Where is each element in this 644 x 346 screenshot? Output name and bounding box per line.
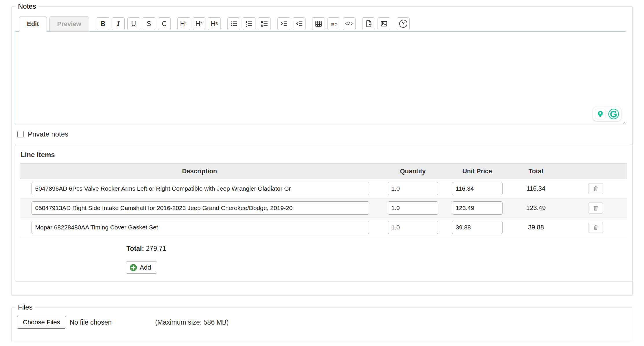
unit-price-input[interactable] xyxy=(452,221,503,234)
tab-preview[interactable]: Preview xyxy=(49,16,89,32)
page-bottom-divider xyxy=(0,345,644,345)
private-notes-label: Private notes xyxy=(28,130,68,138)
col-header-total: Total xyxy=(508,164,564,179)
notes-fieldset: Notes Edit Preview B I U S C H1 H2 H3 xyxy=(11,2,633,296)
task-list-button[interactable] xyxy=(258,17,271,30)
bullet-list-icon xyxy=(230,20,238,27)
max-size-text: (Maximum size: 586 MB) xyxy=(155,319,229,326)
tab-edit-label: Edit xyxy=(27,20,39,28)
col-header-unit-price: Unit Price xyxy=(447,164,508,179)
outdent-icon xyxy=(295,20,303,27)
row-total: 116.34 xyxy=(508,179,564,198)
table-button[interactable] xyxy=(312,17,325,30)
insert-file-button[interactable] xyxy=(362,17,375,30)
col-header-quantity: Quantity xyxy=(379,164,447,179)
col-header-actions xyxy=(564,164,627,179)
trash-icon xyxy=(593,205,599,211)
row-total: 39.88 xyxy=(508,218,564,237)
formatting-toolbar: B I U S C H1 H2 H3 xyxy=(97,17,412,30)
quantity-input[interactable] xyxy=(388,201,438,215)
code-block-button[interactable]: </> xyxy=(343,17,356,30)
tab-edit[interactable]: Edit xyxy=(19,16,47,32)
preformatted-button[interactable]: pre xyxy=(327,17,340,30)
table-icon xyxy=(315,20,322,27)
grammarly-icon[interactable] xyxy=(608,108,619,119)
add-line-item-button[interactable]: Add xyxy=(126,261,157,274)
notes-legend: Notes xyxy=(16,2,38,10)
italic-button[interactable]: I xyxy=(112,17,125,30)
line-items-table: Description Quantity Unit Price Total 11… xyxy=(20,163,627,237)
image-icon xyxy=(380,20,388,27)
no-file-chosen-text: No file chosen xyxy=(69,319,112,326)
line-items-title: Line Items xyxy=(21,151,627,159)
total-label: Total: xyxy=(126,245,144,252)
help-icon: ? xyxy=(399,20,407,28)
file-upload-row: Choose Files No file chosen (Maximum siz… xyxy=(17,316,632,329)
inline-code-button[interactable]: C xyxy=(158,17,171,30)
notes-textarea[interactable] xyxy=(15,31,626,124)
quantity-input[interactable] xyxy=(388,182,438,195)
tab-preview-label: Preview xyxy=(57,20,81,28)
description-input[interactable] xyxy=(32,182,369,195)
col-header-description: Description xyxy=(20,164,379,179)
unquote-button[interactable] xyxy=(293,17,306,30)
choose-files-button[interactable]: Choose Files xyxy=(17,316,66,329)
unit-price-input[interactable] xyxy=(452,182,503,195)
row-total: 123.49 xyxy=(508,198,564,218)
editor-tabs-toolbar: Edit Preview B I U S C H1 H2 H3 xyxy=(19,16,632,32)
add-plus-icon xyxy=(130,264,137,271)
edit-form-page: Notes Edit Preview B I U S C H1 H2 H3 xyxy=(0,0,644,346)
bold-button[interactable]: B xyxy=(97,17,109,30)
indent-icon xyxy=(280,20,288,27)
table-row: 116.34 xyxy=(20,179,627,198)
document-icon xyxy=(365,20,372,27)
numbered-list-button[interactable] xyxy=(243,17,255,30)
insert-image-button[interactable] xyxy=(378,17,390,30)
description-input[interactable] xyxy=(32,221,369,234)
strikethrough-button[interactable]: S xyxy=(143,17,155,30)
heading3-button[interactable]: H3 xyxy=(208,17,221,30)
description-input[interactable] xyxy=(32,201,369,215)
underline-button[interactable]: U xyxy=(127,17,140,30)
add-button-label: Add xyxy=(140,264,151,271)
total-value: 279.71 xyxy=(146,245,166,252)
table-header-row: Description Quantity Unit Price Total xyxy=(20,164,627,179)
files-fieldset: Files Choose Files No file chosen (Maxim… xyxy=(11,303,632,342)
line-items-total: Total: 279.71 xyxy=(126,245,627,253)
line-items-section: Line Items Description Quantity Unit Pri… xyxy=(15,144,632,281)
files-legend: Files xyxy=(16,303,35,311)
trash-icon xyxy=(593,185,599,192)
table-row: 39.88 xyxy=(20,218,627,237)
unit-price-input[interactable] xyxy=(452,201,503,215)
private-notes-checkbox[interactable] xyxy=(17,131,24,137)
notes-editor-area xyxy=(15,31,626,124)
blockquote-button[interactable] xyxy=(277,17,290,30)
quantity-input[interactable] xyxy=(388,221,438,234)
private-notes-row: Private notes xyxy=(17,130,632,138)
help-button[interactable]: ? xyxy=(397,17,410,30)
numbered-list-icon xyxy=(245,20,253,27)
task-list-icon xyxy=(261,20,268,27)
table-row: 123.49 xyxy=(20,198,627,218)
delete-row-button[interactable] xyxy=(588,203,603,214)
heading1-button[interactable]: H1 xyxy=(177,17,190,30)
bullet-list-button[interactable] xyxy=(227,17,240,30)
heading2-button[interactable]: H2 xyxy=(193,17,205,30)
delete-row-button[interactable] xyxy=(588,222,603,233)
trash-icon xyxy=(593,224,599,231)
grammarly-suggestion-icon[interactable] xyxy=(595,108,606,119)
grammarly-widget[interactable] xyxy=(593,107,621,121)
delete-row-button[interactable] xyxy=(588,183,603,194)
